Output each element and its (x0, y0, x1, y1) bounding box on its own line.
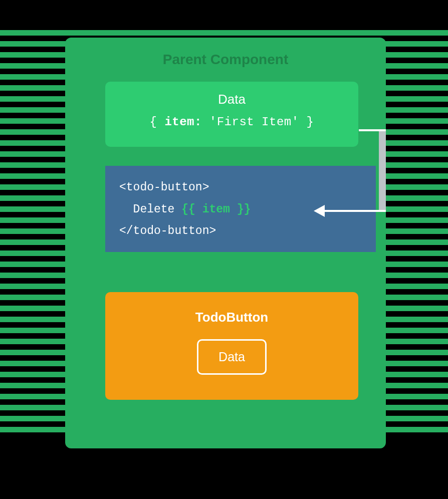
code-line-2-expression: {{ item }} (181, 203, 251, 216)
child-data-box: Data (197, 339, 267, 375)
parent-data-panel: Data { item: 'First Item' } (105, 82, 358, 147)
arrow-left-icon (314, 205, 325, 217)
code-line-2-prefix: Delete (119, 203, 181, 216)
template-code-panel: <todo-button> Delete {{ item }} </todo-b… (105, 166, 376, 252)
brace-open: { (150, 115, 165, 129)
child-component-panel: TodoButton Data (105, 292, 358, 400)
code-line-3: </todo-button> (119, 220, 362, 242)
parent-data-label: Data (105, 92, 358, 107)
brace-close: } (307, 115, 314, 129)
data-value: 'First Item' (202, 115, 307, 129)
connector-segment-top (359, 129, 379, 131)
connector-segment-bottom (323, 210, 386, 212)
code-line-1: <todo-button> (119, 177, 362, 199)
data-key: item: (164, 115, 202, 129)
connector-segment-vertical (379, 129, 386, 212)
parent-component-title: Parent Component (65, 52, 386, 68)
parent-data-code: { item: 'First Item' } (105, 115, 358, 129)
parent-component-box: Parent Component Data { item: 'First Ite… (65, 38, 386, 448)
child-component-title: TodoButton (105, 310, 358, 325)
